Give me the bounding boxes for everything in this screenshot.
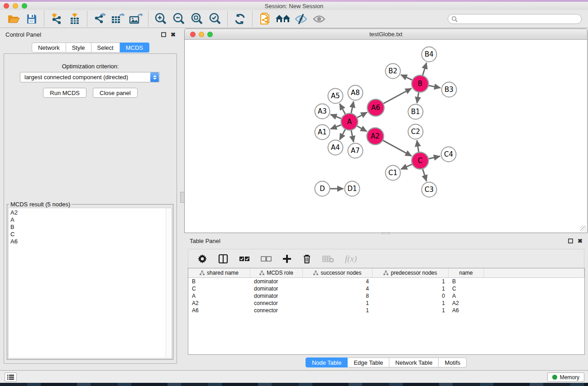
- mcds-result-list[interactable]: A2ABCA6: [8, 208, 172, 358]
- table-row[interactable]: A2connector11A2: [188, 300, 584, 307]
- graph-edge-C-C3[interactable]: [423, 169, 427, 181]
- select-all-columns-icon[interactable]: [239, 256, 250, 262]
- graph-edge-A-A7[interactable]: [351, 130, 354, 142]
- status-bar: Memory: [0, 370, 588, 383]
- table-header-row: shared nameMCDS rolesuccessor nodesprede…: [188, 268, 584, 278]
- column-header-label: predecessor nodes: [391, 270, 437, 276]
- graph-edge-B-B4[interactable]: [422, 63, 426, 76]
- column-header[interactable]: name: [449, 268, 484, 277]
- tab-motifs[interactable]: Motifs: [439, 357, 467, 367]
- cybrowser-home-icon[interactable]: [274, 11, 292, 27]
- new-network-from-selection-icon[interactable]: [256, 11, 274, 27]
- optimization-criterion-select[interactable]: largest connected component (directed): [20, 72, 160, 82]
- column-header[interactable]: MCDS role: [250, 268, 303, 277]
- table-settings-gear-icon[interactable]: [197, 254, 207, 264]
- graph-edge-A-A2[interactable]: [357, 126, 367, 131]
- tab-network[interactable]: Network: [32, 43, 66, 52]
- graph-node-label-A3: A3: [318, 107, 327, 115]
- delete-table-icon[interactable]: [322, 255, 334, 263]
- graph-edge-C-C2[interactable]: [417, 140, 419, 152]
- zoom-fit-icon[interactable]: [188, 11, 206, 27]
- tab-node-table[interactable]: Node Table: [306, 357, 348, 367]
- import-network-icon[interactable]: [48, 11, 66, 27]
- graph-edge-A-A4[interactable]: [339, 129, 345, 140]
- attribute-tree-icon: [313, 271, 318, 275]
- table-cell: A6: [188, 307, 250, 314]
- open-session-icon[interactable]: [5, 11, 23, 27]
- column-header[interactable]: predecessor nodes: [373, 268, 449, 277]
- table-row[interactable]: A6connector11A6: [188, 307, 584, 314]
- mcds-result-title: MCDS result (5 nodes): [9, 201, 72, 208]
- network-window-title: testGlobe.txt: [185, 31, 587, 38]
- export-image-icon[interactable]: [127, 11, 145, 27]
- run-mcds-button[interactable]: Run MCDS: [43, 88, 86, 98]
- tab-select[interactable]: Select: [91, 43, 120, 52]
- graph-node-label-B3: B3: [445, 86, 454, 94]
- save-session-icon[interactable]: [23, 11, 41, 27]
- tab-style[interactable]: Style: [66, 43, 91, 52]
- tab-mcds[interactable]: MCDS: [120, 43, 149, 52]
- graph-edge-A-A8[interactable]: [351, 101, 354, 114]
- graph-edge-C-C1[interactable]: [401, 164, 412, 169]
- graph-edge-A-A6[interactable]: [357, 112, 367, 118]
- optimization-criterion-label: Optimization criterion:: [4, 63, 177, 70]
- show-task-history-button[interactable]: [5, 372, 17, 382]
- zoom-in-icon[interactable]: [152, 11, 170, 27]
- vertical-splitter[interactable]: [181, 28, 184, 370]
- list-scrollbar[interactable]: [166, 208, 172, 358]
- graph-edge-A-A5[interactable]: [339, 104, 345, 114]
- import-table-icon[interactable]: [66, 11, 84, 27]
- column-header[interactable]: shared name: [188, 268, 250, 277]
- graph-edge-B-B2[interactable]: [401, 75, 413, 80]
- graph-node-label-A5: A5: [331, 92, 340, 100]
- table-cell: connector: [250, 300, 303, 307]
- toolbar-separator: [252, 11, 253, 27]
- tab-network-table[interactable]: Network Table: [389, 357, 439, 367]
- table-row[interactable]: Adominator80A: [188, 292, 584, 300]
- resize-grip[interactable]: [580, 226, 586, 232]
- session-title: Session: New Session: [0, 3, 588, 10]
- show-graphics-details-icon[interactable]: [310, 11, 328, 27]
- table-cell: 0: [373, 292, 449, 300]
- graph-edge-A6-B[interactable]: [383, 88, 411, 104]
- tab-edge-table[interactable]: Edge Table: [348, 357, 389, 367]
- table-cell: 1: [303, 300, 373, 307]
- app-titlebar[interactable]: Session: New Session: [0, 2, 588, 10]
- network-window-titlebar[interactable]: testGlobe.txt: [185, 29, 587, 40]
- zoom-selected-icon[interactable]: [206, 11, 224, 27]
- table-cell: C: [188, 285, 250, 292]
- memory-label: Memory: [560, 374, 579, 381]
- graph-edge-B-B1[interactable]: [417, 92, 419, 103]
- create-column-icon[interactable]: [282, 254, 292, 263]
- function-builder-icon[interactable]: f(x): [345, 254, 357, 264]
- zoom-out-icon[interactable]: [170, 11, 188, 27]
- graph-edge-A-A3[interactable]: [330, 114, 342, 119]
- graph-edge-B-B3[interactable]: [428, 86, 440, 88]
- delete-column-icon[interactable]: [302, 254, 311, 264]
- close-panel-icon[interactable]: ✖: [171, 32, 176, 38]
- close-table-panel-icon[interactable]: ✖: [578, 238, 583, 244]
- graph-edge-A-A1[interactable]: [330, 125, 342, 129]
- table-toolbar: f(x): [188, 249, 584, 268]
- table-row[interactable]: Cdominator41C: [188, 285, 584, 292]
- table-row[interactable]: Bdominator41B: [188, 278, 584, 285]
- unselect-all-columns-icon[interactable]: [261, 256, 272, 262]
- graph-edge-C-C4[interactable]: [428, 156, 440, 159]
- export-network-icon[interactable]: [91, 11, 109, 27]
- hide-graphics-details-icon[interactable]: [292, 11, 310, 27]
- table-cell: C: [449, 285, 484, 292]
- float-panel-icon[interactable]: [161, 32, 166, 37]
- export-table-icon[interactable]: [109, 11, 127, 27]
- search-input[interactable]: [448, 14, 582, 24]
- split-columns-icon[interactable]: [218, 254, 228, 264]
- network-canvas[interactable]: B4B2BB3A5A8A6A3B1AA1C2A2A4A7C4CC1DD1C3: [185, 40, 587, 232]
- graph-edge-A2-C[interactable]: [382, 140, 411, 156]
- table-panel-title: Table Panel: [190, 238, 220, 244]
- node-table: shared nameMCDS rolesuccessor nodesprede…: [188, 268, 585, 355]
- column-header[interactable]: successor nodes: [303, 268, 373, 277]
- table-cell: 1: [373, 307, 449, 314]
- apply-layout-icon[interactable]: [231, 11, 249, 27]
- memory-button[interactable]: Memory: [547, 372, 584, 382]
- close-panel-button[interactable]: Close panel: [93, 88, 138, 98]
- float-table-panel-icon[interactable]: [568, 238, 573, 243]
